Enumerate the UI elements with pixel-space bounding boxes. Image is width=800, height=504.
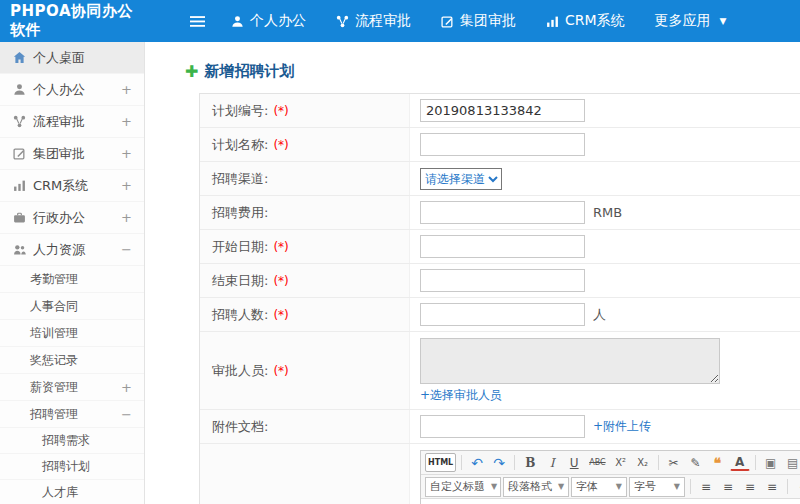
required-marker: (*) [273,104,288,118]
form-row-editor: HTML ↶ ↷ B I U ABC X² X₂ ✂ [200,444,800,504]
font-color-button[interactable]: A [730,454,750,471]
form-row-plan-number: 计划编号: (*) [200,94,800,128]
font-family-select[interactable]: 字体 ▼ [571,477,627,497]
sidebar-item-training[interactable]: 培训管理 [0,320,144,347]
sidebar-item-attendance[interactable]: 考勤管理 [0,266,144,293]
sidebar-item-personal-office[interactable]: 个人办公 + [0,74,144,106]
underline-button[interactable]: U [564,453,584,472]
subscript-button[interactable]: X₂ [633,453,653,472]
start-date-input[interactable] [420,235,585,258]
menu-icon[interactable] [190,15,205,28]
channel-select[interactable]: 请选择渠道 [420,168,502,190]
field-value-cell: 人 [410,298,800,331]
align-center-button[interactable]: ≡ [718,477,738,496]
field-label-cell: 计划名称: (*) [200,128,410,161]
undo-button[interactable]: ↶ [467,453,487,472]
sidebar-item-label: 考勤管理 [30,271,78,288]
nav-more-apps[interactable]: 更多应用 ▼ [655,12,727,30]
expand-toggle[interactable]: + [121,146,132,161]
sidebar-item-hr[interactable]: 人力资源 − [0,234,144,266]
attachment-input[interactable] [420,415,585,438]
align-justify-button[interactable]: ≡ [762,477,782,496]
sidebar-item-personal-desktop[interactable]: 个人桌面 [0,42,144,74]
format-brush-button[interactable]: ✎ [686,453,706,472]
sidebar-item-recruit-demand[interactable]: 招聘需求 [0,428,144,454]
expand-toggle[interactable]: + [121,82,132,97]
align-right-button[interactable]: ≡ [740,477,760,496]
redo-button[interactable]: ↷ [489,453,509,472]
nav-group-approval[interactable]: 集团审批 [441,12,516,30]
expand-toggle[interactable]: + [121,178,132,193]
html-source-button[interactable]: HTML [425,453,456,472]
headcount-input[interactable] [420,303,585,326]
chevron-down-icon: ▼ [491,482,497,491]
select-label: 段落格式 [508,479,552,494]
sidebar-item-workflow-approval[interactable]: 流程审批 + [0,106,144,138]
collapse-toggle[interactable]: − [121,242,132,257]
sidebar-item-crm[interactable]: CRM系统 + [0,170,144,202]
sidebar-item-label: 培训管理 [30,325,78,342]
toolbar-separator [690,479,691,494]
editor-toolbar-row2: 自定义标题 ▼ 段落格式 ▼ 字体 ▼ [421,475,800,499]
nav-crm-system[interactable]: CRM系统 [546,12,625,30]
expand-toggle[interactable]: + [121,114,132,129]
sidebar-item-talent-pool[interactable]: 人才库 [0,480,144,504]
font-size-select[interactable]: 字号 ▼ [629,477,685,497]
field-label: 招聘人数: [212,306,268,324]
sidebar-item-label: CRM系统 [33,177,88,195]
strikethrough-button[interactable]: ABC [586,453,608,472]
currency-suffix: RMB [593,205,622,220]
sidebar-item-salary[interactable]: 薪资管理 + [0,374,144,401]
app-logo: PHPOA协同办公软件 [0,2,152,40]
expand-toggle[interactable]: + [121,380,132,395]
toolbar-separator [755,455,756,470]
required-marker: (*) [273,364,288,378]
cost-input[interactable] [420,201,585,224]
nav-personal-office[interactable]: 个人办公 [231,12,306,30]
sidebar-item-recruit-plan[interactable]: 招聘计划 [0,454,144,480]
paragraph-format-select[interactable]: 段落格式 ▼ [503,477,569,497]
toolbar-separator [787,479,788,494]
blockquote-button[interactable]: ❝ [708,453,728,472]
user-icon [231,15,244,28]
field-value-cell [410,264,800,297]
italic-button[interactable]: I [542,453,562,472]
top-nav: 个人办公 流程审批 集团审批 CRM系统 更多应用 ▼ [231,12,727,30]
expand-toggle[interactable]: + [121,210,132,225]
end-date-input[interactable] [420,269,585,292]
chevron-down-icon: ▼ [616,482,622,491]
editor-content-area[interactable] [421,499,800,504]
sidebar-item-label: 奖惩记录 [30,352,78,369]
approver-textarea[interactable] [420,338,720,384]
collapse-toggle[interactable]: − [121,407,132,422]
superscript-button[interactable]: X² [611,453,631,472]
sidebar-item-hr-contract[interactable]: 人事合同 [0,293,144,320]
bold-button[interactable]: B [520,453,540,472]
sidebar-item-recruit-management[interactable]: 招聘管理 − [0,401,144,428]
toolbar-separator [658,455,659,470]
select-approver-link[interactable]: +选择审批人员 [420,387,502,404]
align-left-button[interactable]: ≡ [696,477,716,496]
plan-number-input[interactable] [420,99,585,122]
field-label: 开始日期: [212,238,268,256]
field-label: 招聘渠道: [212,170,268,188]
user-icon [13,83,26,96]
sidebar-item-group-approval[interactable]: 集团审批 + [0,138,144,170]
page-title-text: 新增招聘计划 [204,62,294,81]
plan-name-input[interactable] [420,133,585,156]
outdent-button[interactable]: « [793,477,800,496]
table-button[interactable]: ▤ [783,453,800,472]
sidebar-item-reward-punishment[interactable]: 奖惩记录 [0,347,144,374]
sidebar-item-label: 个人桌面 [33,49,85,67]
sidebar-item-label: 行政办公 [33,209,85,227]
cut-button[interactable]: ✂ [664,453,684,472]
edit-icon [441,15,454,28]
image-button[interactable]: ▣ [761,453,781,472]
heading-style-select[interactable]: 自定义标题 ▼ [425,477,501,497]
sidebar-item-admin-office[interactable]: 行政办公 + [0,202,144,234]
attachment-upload-link[interactable]: +附件上传 [593,418,651,435]
field-label: 计划名称: [212,136,268,154]
nav-workflow-approval[interactable]: 流程审批 [336,12,411,30]
required-marker: (*) [273,138,288,152]
chart-icon [546,15,559,28]
